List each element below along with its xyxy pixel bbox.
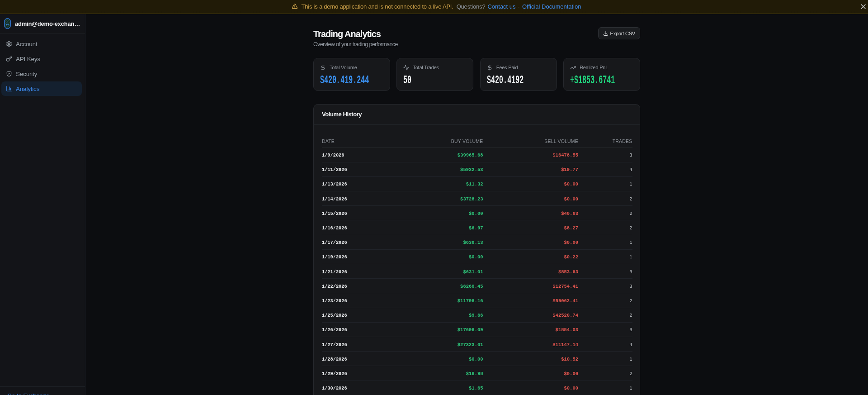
svg-text:A: A bbox=[6, 22, 9, 26]
